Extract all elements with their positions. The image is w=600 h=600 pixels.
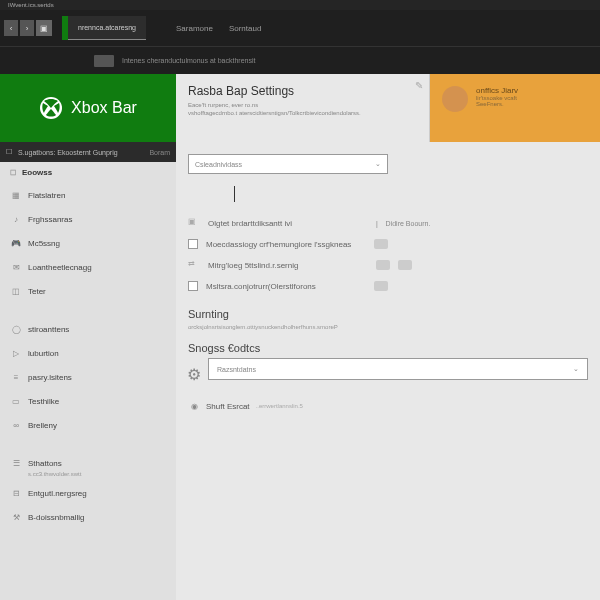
sidebar-item-6[interactable]: ▷luburtion [0,341,176,365]
top-toolbar: ‹ › ▣ nrennca.atcaresng Saramone Sorntau… [0,10,600,46]
sidebar-item-label: luburtion [28,349,59,358]
breadcrumb-square-icon: ☐ [6,148,12,156]
shut-desc: ..errwertlannslin.5 [256,403,303,409]
section-summing-title: Surnting [188,308,588,320]
sidebar-item-7[interactable]: ≡pasry.lsitens [0,365,176,389]
sidebar-item-12[interactable]: ⚒B-doissnbmallig [0,505,176,529]
slider-icon: ⊟ [10,487,22,499]
main-panel: ✎ Rasba Bap Settings Eace'ft rurpenc, ev… [176,74,600,600]
option-label: Msltsra.conjotrurr(Olerstlforons [206,282,366,291]
badge-icon [374,239,388,249]
sidebar-item-label: Brelleny [28,421,57,430]
brand-text: Xbox Bar [71,99,137,117]
option-right-text: | Didire Boourn. [376,220,430,227]
settings-desc-2: vshofftagecdrnbo.t aterscidtiersntigsn/T… [188,110,417,118]
sidebar-item-5[interactable]: ◯stiroanttens [0,317,176,341]
badge-icon [376,260,390,270]
storage-dropdown-value: Razsntdatns [217,366,256,373]
nav-back-button[interactable]: ‹ [4,20,18,36]
notice-subtitle: lir'tssoake vcaft SeeFners. [476,95,518,107]
sidebar-item-9[interactable]: ∞Brelleny [0,413,176,437]
option-label: Mitrg'loeg 5ttslind.r.sernig [208,261,368,270]
sidebar-item-label: Flatslatren [28,191,65,200]
sidebar-item-3[interactable]: ✉Loantheetlecnagg [0,255,176,279]
chevron-down-icon: ⌄ [375,160,381,168]
text-cursor [234,186,235,202]
nav-home-button[interactable]: ▣ [36,20,52,36]
sidebar-item-label: B-doissnbmallig [28,513,84,522]
option-row-1: Moecdassiogy crf'hemungiore l'ssgkneas [188,234,588,254]
sub-toolbar: Intenes cheranductulmonus at backthrensi… [0,46,600,74]
subbar-text: Intenes cheranductulmonus at backthrensi… [122,57,255,64]
topbar-link-2[interactable]: Sorntaud [229,24,261,33]
option-row-0: ▣Olgtet brdarttdiksantt ivi| Didire Boou… [188,212,588,234]
link-icon: ∞ [10,419,22,431]
badge-icon [374,281,388,291]
option-row-3: Msltsra.conjotrurr(Olerstlforons [188,276,588,296]
message-icon: ✉ [10,261,22,273]
option-label: Olgtet brdarttdiksantt ivi [208,219,368,228]
shut-row: ◉ Shuft Esrcat ..errwertlannslin.5 [188,400,588,412]
disc-icon: ◉ [188,400,200,412]
sidebar-section-header: ☐ Eoowss [0,162,176,183]
gamepad-icon: 🎮 [10,237,22,249]
xbox-logo-icon [39,96,63,120]
breadcrumb-bar: ☐ S.ugatbons: Ekoosternt Gunprig Boram [0,142,176,162]
notice-panel[interactable]: onffics Jiarv lir'tssoake vcaft SeeFners… [430,74,600,142]
layout-icon: ▦ [10,189,22,201]
sidebar-item-label: Sthattons [28,459,62,468]
notice-title: onffics Jiarv [476,86,518,95]
play-icon: ▷ [10,347,22,359]
sidebar-item-8[interactable]: ▭Testhilke [0,389,176,413]
storage-gear-icon: ⚙ [188,368,200,380]
sidebar-item-label: Mc5ssng [28,239,60,248]
id-icon: ▭ [10,395,22,407]
checkbox[interactable] [188,281,198,291]
sidebar-item-0[interactable]: ▦Flatslatren [0,183,176,207]
arrows-icon: ⇄ [188,259,200,271]
storage-dropdown[interactable]: Razsntdatns ⌄ [208,358,588,380]
sidebar-item-label: stiroanttens [28,325,69,334]
section-storage-title: Snogss €odtcs [188,342,588,354]
subbar-thumb-icon [94,55,114,67]
sidebar-item-label: Testhilke [28,397,59,406]
shut-label: Shuft Esrcat [206,402,250,411]
sidebar-item-2[interactable]: 🎮Mc5ssng [0,231,176,255]
sidebar-item-4[interactable]: ◫Teter [0,279,176,303]
settings-header-block: ✎ Rasba Bap Settings Eace'ft rurpenc, ev… [176,74,430,142]
titlebar-text: IWvent.ics.sertds [8,2,54,8]
build-icon: ⚒ [10,511,22,523]
sidebar: Xbox Bar ☐ S.ugatbons: Ekoosternt Gunpri… [0,74,176,600]
notice-avatar-icon [442,86,468,112]
badge-icon [398,260,412,270]
active-tab[interactable]: nrennca.atcaresng [68,16,146,40]
sidebar-item-11[interactable]: ⊟Entgutl.nergsreg [0,481,176,505]
edit-icon[interactable]: ✎ [415,80,423,91]
lines-icon: ≡ [10,371,22,383]
settings-desc-1: Eace'ft rurpenc, ever ro.ns [188,102,417,110]
checkbox[interactable] [188,239,198,249]
option-label: Moecdassiogy crf'hemungiore l'ssgkneas [206,240,366,249]
list-icon: ☰ [10,457,22,469]
sidebar-item-label: Teter [28,287,46,296]
sidebar-item-label: Loantheetlecnagg [28,263,92,272]
option-row-2: ⇄Mitrg'loeg 5ttslind.r.sernig [188,254,588,276]
chevron-down-icon: ⌄ [573,365,579,373]
nav-forward-button[interactable]: › [20,20,34,36]
dropdown-value: Csleadnividass [195,161,242,168]
breadcrumb-end: Boram [149,149,170,156]
sidebar-item-1[interactable]: ♪Frghssanras [0,207,176,231]
primary-dropdown[interactable]: Csleadnividass ⌄ [188,154,388,174]
breadcrumb-path: S.ugatbons: Ekoosternt Gunprig [18,149,118,156]
settings-title: Rasba Bap Settings [188,84,417,98]
brand-header: Xbox Bar [0,74,176,142]
sidebar-item-label: Entgutl.nergsreg [28,489,87,498]
circle-icon: ◯ [10,323,22,335]
window-titlebar: IWvent.ics.sertds [0,0,600,10]
cube-icon: ◫ [10,285,22,297]
sidebar-item-label: pasry.lsitens [28,373,72,382]
topbar-link-1[interactable]: Saramone [176,24,213,33]
music-icon: ♪ [10,213,22,225]
sidebar-item-sub: s.cc3.thwvolder.swtt [0,471,176,477]
section-summing-desc: orcksjolnsrtsisonglem.otttysnuckendholhe… [188,324,588,330]
